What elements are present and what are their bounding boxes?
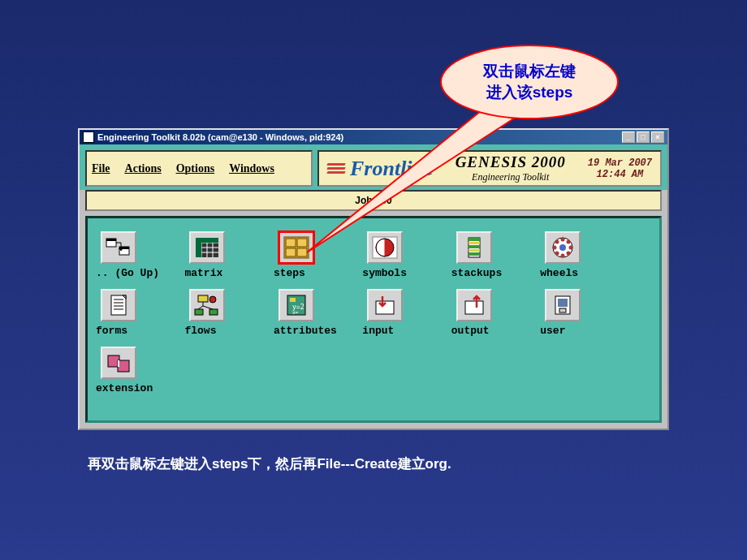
svg-rect-36 <box>111 295 126 315</box>
app-window: Engineering Toolkit 8.02b (cam@e130 - Wi… <box>78 128 669 430</box>
menubar: File Actions Options Windows <box>85 150 313 187</box>
svg-rect-12 <box>196 238 201 257</box>
icon-output[interactable]: output <box>450 289 535 337</box>
goup-label: .. (Go Up) <box>94 267 179 279</box>
app-icon <box>83 131 94 143</box>
output-icon <box>456 289 492 321</box>
svg-text:x=: x= <box>292 309 299 315</box>
svg-rect-50 <box>465 301 483 314</box>
input-icon <box>367 289 403 321</box>
svg-point-32 <box>555 240 559 244</box>
wheels-label: wheels <box>538 267 624 279</box>
forms-icon <box>101 289 136 321</box>
matrix-icon <box>189 231 225 264</box>
maximize-button[interactable]: □ <box>637 131 650 143</box>
svg-rect-52 <box>558 299 568 307</box>
date-text: 19 Mar 2007 <box>588 157 652 169</box>
svg-rect-24 <box>468 249 480 252</box>
logo-box: Frontline GENESIS 2000 Engineering Toolk… <box>317 150 662 187</box>
minimize-button[interactable]: _ <box>622 131 635 143</box>
svg-rect-22 <box>468 242 480 244</box>
close-button[interactable]: × <box>651 131 664 143</box>
window-title: Engineering Toolkit 8.02b (cam@e130 - Wi… <box>97 132 619 142</box>
svg-point-44 <box>209 296 216 303</box>
symbols-label: symbols <box>361 267 446 279</box>
product-block: GENESIS 2000 Engineering Toolkit <box>440 153 581 183</box>
svg-point-27 <box>559 244 566 251</box>
product-title: GENESIS 2000 <box>440 153 581 171</box>
goup-icon <box>101 231 136 264</box>
matrix-label: matrix <box>183 267 268 279</box>
svg-rect-42 <box>195 309 203 315</box>
icon-flows[interactable]: flows <box>183 289 268 337</box>
titlebar: Engineering Toolkit 8.02b (cam@e130 - Wi… <box>80 130 667 144</box>
svg-rect-55 <box>118 360 129 372</box>
svg-rect-43 <box>209 309 218 315</box>
brand-text: Frontline <box>350 157 434 181</box>
time-text: 12:44 AM <box>588 169 652 180</box>
icon-wheels[interactable]: wheels <box>538 231 624 279</box>
svg-rect-56 <box>118 360 119 367</box>
icon-input[interactable]: input <box>361 289 446 337</box>
icon-forms[interactable]: forms <box>94 289 179 337</box>
menu-actions[interactable]: Actions <box>125 162 162 175</box>
menu-windows[interactable]: Windows <box>229 162 274 175</box>
window-controls: _ □ × <box>622 131 664 143</box>
svg-rect-1 <box>106 239 116 241</box>
extension-label: extension <box>94 382 179 394</box>
steps-label: steps <box>272 267 357 279</box>
svg-rect-21 <box>468 238 480 241</box>
user-label: user <box>538 325 624 337</box>
icon-area: .. (Go Up) matrix steps symbols stackups <box>85 216 662 423</box>
svg-point-29 <box>561 254 565 258</box>
svg-rect-53 <box>559 308 566 312</box>
icon-user[interactable]: user <box>538 289 624 337</box>
attributes-icon: y=2x= <box>279 289 314 321</box>
input-label: input <box>361 325 446 337</box>
stackups-icon <box>456 231 492 264</box>
output-label: output <box>450 325 535 337</box>
flows-icon <box>189 289 225 321</box>
flows-label: flows <box>183 325 268 337</box>
icon-attributes[interactable]: y=2x= attributes <box>272 289 357 337</box>
forms-label: forms <box>94 325 179 337</box>
extension-icon <box>101 347 136 379</box>
menu-options[interactable]: Options <box>176 162 214 175</box>
icon-steps[interactable]: steps <box>272 231 357 279</box>
icon-extension[interactable]: extension <box>94 347 179 394</box>
slide-caption: 再双击鼠标左键进入steps下，然后再File---Create建立org. <box>88 454 451 473</box>
datetime-block: 19 Mar 2007 12:44 AM <box>588 157 652 180</box>
svg-rect-46 <box>290 298 296 302</box>
svg-rect-14 <box>286 239 296 247</box>
icon-matrix[interactable]: matrix <box>183 231 268 279</box>
header-row: File Actions Options Windows Frontline G… <box>80 144 667 190</box>
logo-bars-icon <box>327 163 345 174</box>
steps-icon <box>279 231 314 264</box>
attributes-label: attributes <box>272 325 357 337</box>
svg-rect-23 <box>468 245 480 248</box>
svg-point-35 <box>567 252 571 256</box>
product-subtitle: Engineering Toolkit <box>440 171 581 183</box>
menu-file[interactable]: File <box>92 162 110 175</box>
frontline-logo: Frontline <box>327 157 434 181</box>
svg-rect-25 <box>468 252 480 256</box>
callout-bubble: 双击鼠标左键 进入该steps <box>440 45 619 119</box>
wheels-icon <box>545 231 581 264</box>
svg-rect-16 <box>286 248 296 256</box>
stackups-label: stackups <box>450 267 535 279</box>
svg-rect-17 <box>297 248 307 256</box>
icon-symbols[interactable]: symbols <box>361 231 446 279</box>
callout-line1: 双击鼠标左键 <box>483 61 576 82</box>
svg-rect-41 <box>198 295 208 302</box>
svg-point-31 <box>569 246 573 250</box>
symbols-icon <box>367 231 403 264</box>
svg-point-30 <box>553 246 557 250</box>
svg-rect-15 <box>297 239 307 247</box>
icon-goup[interactable]: .. (Go Up) <box>94 231 179 279</box>
icon-stackups[interactable]: stackups <box>450 231 535 279</box>
svg-point-28 <box>561 238 565 242</box>
job-bar: Job : 00 <box>85 190 662 211</box>
callout-line2: 进入该steps <box>486 82 573 103</box>
svg-point-34 <box>555 252 559 256</box>
user-icon <box>545 289 581 321</box>
